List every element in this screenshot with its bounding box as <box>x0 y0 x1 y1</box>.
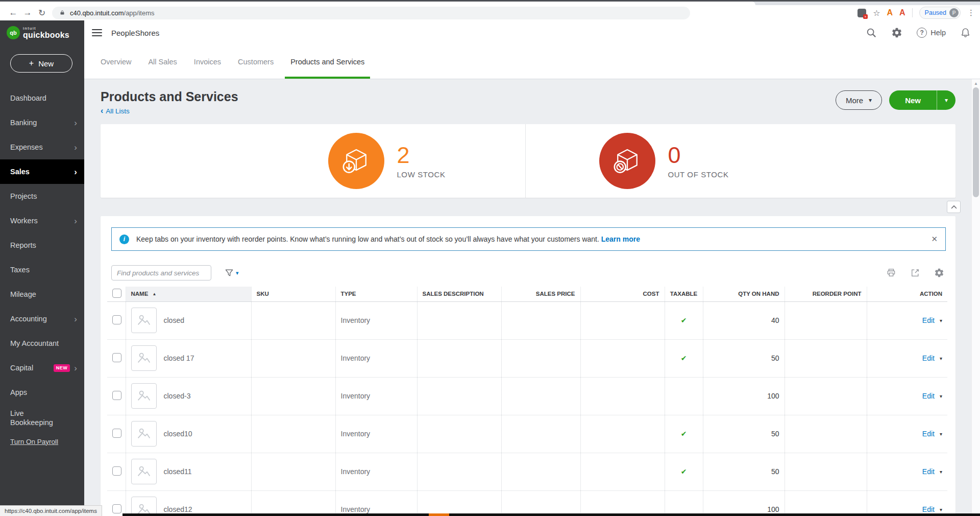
export-icon[interactable] <box>910 268 920 278</box>
all-lists-link[interactable]: ‹ All Lists <box>101 107 130 115</box>
chevron-down-icon[interactable]: ▾ <box>940 356 942 361</box>
extension-a-icon[interactable]: A <box>887 8 893 17</box>
row-checkbox[interactable] <box>112 353 121 362</box>
low-stock-summary[interactable]: 2 LOW STOCK <box>101 124 525 198</box>
row-checkbox[interactable] <box>112 315 121 324</box>
gear-icon[interactable] <box>891 27 902 38</box>
out-of-stock-summary[interactable]: 0 OUT OF STOCK <box>526 124 955 198</box>
tab-overview[interactable]: Overview <box>101 45 131 79</box>
edit-link[interactable]: Edit <box>922 467 935 476</box>
product-name[interactable]: closed12 <box>164 505 192 513</box>
new-button-label: New <box>38 59 54 68</box>
tab-products-and-services[interactable]: Products and Services <box>290 45 364 79</box>
column-header-reorder-point[interactable]: REORDER POINT <box>785 287 867 301</box>
sidebar-item-my-accountant[interactable]: My Accountant <box>0 331 84 356</box>
row-checkbox[interactable] <box>112 391 121 400</box>
chevron-down-icon[interactable]: ▾ <box>940 393 942 399</box>
sidebar-item-mileage[interactable]: Mileage <box>0 282 84 307</box>
select-all-checkbox[interactable] <box>112 289 121 298</box>
sidebar-item-sales[interactable]: Sales › <box>0 159 84 184</box>
sidebar-item-label: Reports <box>10 241 77 249</box>
row-checkbox[interactable] <box>112 429 121 438</box>
new-button-sidebar[interactable]: + New <box>10 54 72 73</box>
sidebar-item-turn-on-payroll[interactable]: Turn On Payroll <box>0 431 84 452</box>
browser-menu-icon[interactable]: ⋮ <box>967 8 975 17</box>
edit-link[interactable]: Edit <box>922 316 935 324</box>
sidebar-item-expenses[interactable]: Expenses › <box>0 135 84 159</box>
row-checkbox[interactable] <box>112 504 121 513</box>
tab-customers[interactable]: Customers <box>238 45 274 79</box>
edit-link[interactable]: Edit <box>922 505 935 513</box>
sidebar-item-taxes[interactable]: Taxes <box>0 257 84 282</box>
search-icon[interactable] <box>866 27 877 38</box>
extension-a2-icon[interactable]: A <box>899 8 905 17</box>
sidebar-item-workers[interactable]: Workers › <box>0 208 84 233</box>
sidebar-item-banking[interactable]: Banking › <box>0 110 84 135</box>
sidebar-item-projects[interactable]: Projects <box>0 184 84 208</box>
notifications-bell-icon[interactable] <box>960 27 971 38</box>
sync-paused-chip[interactable]: Paused P <box>919 7 961 19</box>
product-image-placeholder[interactable] <box>131 459 157 484</box>
product-name[interactable]: closed10 <box>164 430 192 438</box>
help-button[interactable]: ? Help <box>917 28 946 38</box>
sidebar-item-live-bookkeeping[interactable]: Live Bookkeeping <box>0 405 84 431</box>
product-image-placeholder[interactable] <box>131 345 157 371</box>
print-icon[interactable] <box>886 268 896 278</box>
reload-icon[interactable]: ↻ <box>35 8 49 18</box>
product-image-placeholder[interactable] <box>131 421 157 447</box>
chevron-down-icon[interactable]: ▾ <box>940 469 942 475</box>
new-button[interactable]: New <box>889 90 937 110</box>
hamburger-menu-icon[interactable] <box>92 29 102 37</box>
product-name[interactable]: closed11 <box>164 467 192 476</box>
edit-link[interactable]: Edit <box>922 354 935 362</box>
product-image-placeholder[interactable] <box>131 308 157 333</box>
column-header-qty-on-hand[interactable]: QTY ON HAND <box>703 287 785 301</box>
checkbox-cell <box>107 377 126 415</box>
column-header-name[interactable]: NAME ▲ <box>126 287 251 301</box>
sidebar-item-dashboard[interactable]: Dashboard <box>0 86 84 110</box>
row-checkbox[interactable] <box>112 466 121 476</box>
edit-link[interactable]: Edit <box>922 392 935 400</box>
back-icon[interactable]: ← <box>6 8 20 18</box>
sidebar-item-accounting[interactable]: Accounting › <box>0 307 84 331</box>
extension-icon[interactable]: × <box>857 9 866 17</box>
scrollbar-thumb[interactable] <box>973 87 979 197</box>
product-name[interactable]: closed <box>164 316 184 324</box>
table-settings-gear-icon[interactable] <box>934 268 944 278</box>
product-image-placeholder[interactable] <box>131 383 157 409</box>
close-icon[interactable]: ✕ <box>931 234 938 244</box>
column-header-sales-description[interactable]: SALES DESCRIPTION <box>417 287 501 301</box>
learn-more-link[interactable]: Learn more <box>601 235 640 243</box>
edit-link[interactable]: Edit <box>922 430 935 438</box>
more-button[interactable]: More ▾ <box>836 90 882 110</box>
sidebar-item-apps[interactable]: Apps <box>0 380 84 405</box>
product-name[interactable]: closed-3 <box>164 392 191 400</box>
column-header-sku[interactable]: SKU <box>251 287 335 301</box>
tab-all-sales[interactable]: All Sales <box>148 45 177 79</box>
collapse-panel-button[interactable] <box>947 201 961 213</box>
chevron-down-icon[interactable]: ▾ <box>940 431 942 437</box>
column-header-taxable[interactable]: TAXABLE <box>665 287 703 301</box>
new-dropdown-button[interactable]: ▾ <box>937 90 955 110</box>
scrollbar-up-arrow[interactable]: ▲ <box>972 79 980 87</box>
sidebar-item-reports[interactable]: Reports <box>0 233 84 257</box>
url-bar[interactable]: c40.qbo.intuit.com/app/items <box>52 7 690 19</box>
product-name[interactable]: closed 17 <box>164 354 194 362</box>
column-header-type[interactable]: TYPE <box>335 287 417 301</box>
page-scrollbar[interactable]: ▲ <box>971 79 980 516</box>
quickbooks-logo[interactable]: qb intuit quickbooks <box>0 20 84 45</box>
sidebar-item-capital[interactable]: Capital NEW › <box>0 356 84 380</box>
column-header-cost[interactable]: COST <box>580 287 665 301</box>
chevron-down-icon[interactable]: ▾ <box>940 507 942 512</box>
tab-invoices[interactable]: Invoices <box>194 45 221 79</box>
column-header-sales-price[interactable]: SALES PRICE <box>501 287 580 301</box>
forward-icon[interactable]: → <box>20 8 35 18</box>
filter-button[interactable]: ▾ <box>224 268 239 278</box>
chevron-right-icon: › <box>74 143 77 152</box>
bookmark-star-icon[interactable]: ☆ <box>873 8 880 18</box>
chevron-down-icon[interactable]: ▾ <box>940 318 942 323</box>
column-header-action[interactable]: ACTION <box>867 287 947 301</box>
browser-active-tab[interactable] <box>0 2 755 5</box>
search-input[interactable] <box>111 265 211 280</box>
company-name[interactable]: PeopleShores <box>111 29 159 37</box>
